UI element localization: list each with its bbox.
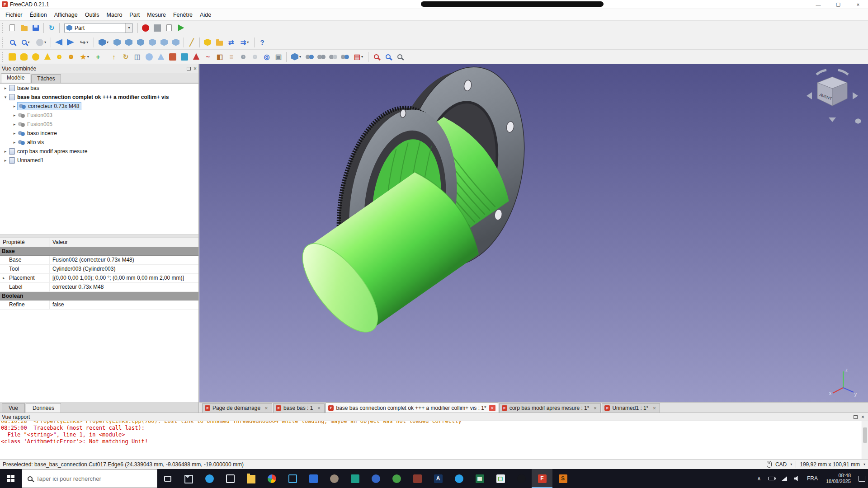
- app-freecad-icon[interactable]: F: [532, 469, 552, 488]
- menu-item[interactable]: Édition: [26, 10, 51, 20]
- expander-icon[interactable]: [3, 158, 8, 163]
- close-button[interactable]: ×: [848, 0, 868, 9]
- tab-close-icon[interactable]: [316, 405, 322, 411]
- open-document-icon[interactable]: [19, 23, 29, 33]
- tree-item[interactable]: Unnamed1: [0, 156, 198, 165]
- cube-primitive-icon[interactable]: [7, 52, 18, 62]
- offset-2d-icon[interactable]: [250, 52, 260, 62]
- volume-icon[interactable]: [791, 469, 803, 488]
- tree-item[interactable]: alto vis: [0, 138, 198, 147]
- app-settings-icon[interactable]: [365, 469, 386, 488]
- app-sheets-icon[interactable]: ▦: [469, 469, 490, 488]
- taskbar-clock[interactable]: 08:48 18/08/2025: [821, 473, 855, 484]
- search-input[interactable]: [36, 475, 149, 482]
- cone-primitive-icon[interactable]: [42, 52, 53, 62]
- shape-builder-icon[interactable]: +: [93, 52, 104, 62]
- macro-stop-icon[interactable]: [152, 23, 163, 33]
- tree-item-selected[interactable]: correcteur 0.73x M48: [0, 102, 198, 111]
- app-media-icon[interactable]: [344, 469, 365, 488]
- property-value[interactable]: [(0,00 0,00 1,00); 0,00 °; (0,00 mm 0,00…: [50, 274, 198, 282]
- pan-right-icon[interactable]: [853, 92, 858, 99]
- app-libreoffice-icon[interactable]: ▢: [490, 469, 511, 488]
- tab-close-icon[interactable]: [489, 405, 495, 411]
- property-row[interactable]: Label correcteur 0.73x M48: [0, 283, 198, 292]
- expander-icon[interactable]: [12, 131, 17, 136]
- nav-style-selector[interactable]: CAD: [775, 461, 787, 468]
- nav-forward-icon[interactable]: [65, 37, 76, 48]
- viewport-dimensions[interactable]: 199,92 mm x 100,91 mm: [800, 461, 860, 468]
- task-view-button[interactable]: [157, 469, 178, 488]
- toolbar-grip[interactable]: [2, 52, 5, 62]
- 3d-viewport[interactable]: AVANT z x y: [199, 64, 868, 402]
- new-document-icon[interactable]: [7, 23, 18, 33]
- measure-icon[interactable]: ╱: [186, 37, 197, 48]
- fillet-icon[interactable]: [144, 52, 155, 62]
- navigation-cube[interactable]: AVANT: [803, 67, 862, 126]
- tree-item[interactable]: corp bas modif apres mesure: [0, 147, 198, 156]
- tab-taches[interactable]: Tâches: [31, 74, 61, 83]
- top-view-icon[interactable]: [123, 37, 134, 48]
- expander-icon[interactable]: [12, 122, 17, 127]
- macro-edit-icon[interactable]: [164, 23, 175, 33]
- tree-item[interactable]: Fusion003: [0, 111, 198, 120]
- mirror-icon[interactable]: ◫: [132, 52, 143, 62]
- extrude-icon[interactable]: ↑: [108, 52, 119, 62]
- property-value[interactable]: false: [50, 300, 198, 309]
- language-indicator[interactable]: FRA: [803, 475, 821, 482]
- property-row[interactable]: Refine false: [0, 300, 198, 310]
- loft-icon[interactable]: [191, 52, 202, 62]
- cross-sections-icon[interactable]: ≡: [226, 52, 237, 62]
- menu-item[interactable]: Fenêtre: [170, 10, 196, 20]
- expander-icon[interactable]: [3, 86, 8, 90]
- app-tools-icon[interactable]: [407, 469, 428, 488]
- revolve-icon[interactable]: ↻: [120, 52, 131, 62]
- pan-down-icon[interactable]: [829, 117, 836, 122]
- link-actions-icon[interactable]: ⇉: [237, 37, 252, 48]
- expander-icon[interactable]: [3, 95, 8, 99]
- float-panel-icon[interactable]: [854, 415, 858, 419]
- app-explorer-icon[interactable]: [241, 469, 261, 488]
- tray-chevron-up-icon[interactable]: [753, 469, 765, 488]
- tree-item[interactable]: Fusion005: [0, 120, 198, 129]
- workbench-selector[interactable]: Part ▾: [64, 23, 133, 33]
- toolbar-grip[interactable]: [2, 23, 5, 33]
- taskbar-search[interactable]: [22, 469, 157, 488]
- cylinder-primitive-icon[interactable]: [19, 52, 29, 62]
- property-column-name[interactable]: Propriété: [0, 238, 50, 247]
- app-photos-icon[interactable]: [303, 469, 324, 488]
- chevron-down-icon[interactable]: ▾: [125, 23, 132, 33]
- bottom-view-icon[interactable]: [159, 37, 170, 48]
- tab-close-icon[interactable]: [263, 405, 269, 411]
- tab-vue[interactable]: Vue: [2, 403, 25, 413]
- sweep-icon[interactable]: ~: [203, 52, 213, 62]
- document-tab[interactable]: base bas connection complet ok +++ a mod…: [326, 403, 498, 413]
- property-row[interactable]: Tool Cylinder003 (Cylindre003): [0, 265, 198, 274]
- defeaturing-icon[interactable]: [394, 52, 405, 62]
- left-view-icon[interactable]: [170, 37, 181, 48]
- network-icon[interactable]: [778, 469, 791, 488]
- property-value[interactable]: Fusion002 (correcteur 0.73x M48): [50, 256, 198, 264]
- create-group-icon[interactable]: [214, 37, 225, 48]
- projection-icon[interactable]: ▣: [273, 52, 284, 62]
- property-value[interactable]: Cylinder003 (Cylindre003): [50, 265, 198, 273]
- chevron-down-icon[interactable]: ▾: [790, 462, 792, 466]
- expander-icon[interactable]: [12, 140, 17, 145]
- tree-item[interactable]: baso incerre: [0, 129, 198, 138]
- document-tab[interactable]: base bas : 1: [273, 403, 325, 413]
- boolean-cut-icon[interactable]: [304, 52, 315, 62]
- save-icon[interactable]: [30, 23, 41, 33]
- fit-all-icon[interactable]: [7, 37, 18, 48]
- close-panel-icon[interactable]: [193, 66, 197, 72]
- tab-close-icon[interactable]: [592, 405, 598, 411]
- property-group-boolean[interactable]: Boolean: [0, 292, 198, 300]
- create-part-icon[interactable]: [202, 37, 213, 48]
- rear-view-icon[interactable]: [147, 37, 158, 48]
- refine-shape-icon[interactable]: [382, 52, 393, 62]
- pan-left-icon[interactable]: [807, 92, 812, 99]
- document-tab[interactable]: corp bas modif apres mesure : 1*: [499, 403, 601, 413]
- app-drop-icon[interactable]: [448, 469, 469, 488]
- document-tab[interactable]: Unnamed1 : 1*: [602, 403, 660, 413]
- make-link-icon[interactable]: ⇄: [226, 37, 236, 48]
- menu-item[interactable]: Mesure: [143, 10, 170, 20]
- split-tools-icon[interactable]: ▤: [351, 52, 366, 62]
